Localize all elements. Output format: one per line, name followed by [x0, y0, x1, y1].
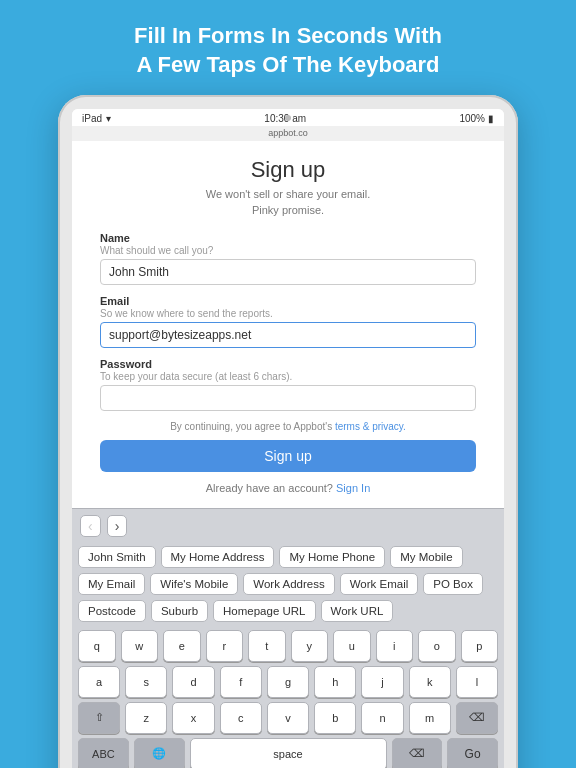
email-label: Email [100, 295, 476, 307]
key-l[interactable]: l [456, 666, 498, 698]
camera-dot [285, 115, 291, 121]
chip-home-phone[interactable]: My Home Phone [279, 546, 385, 568]
device-label: iPad [82, 113, 102, 124]
email-field-group: Email So we know where to send the repor… [100, 295, 476, 348]
key-go[interactable]: Go [447, 738, 498, 768]
chip-work-address[interactable]: Work Address [243, 573, 334, 595]
key-space[interactable]: space [190, 738, 387, 768]
keyboard-row-4: ABC 🌐 space ⌫ Go [78, 738, 498, 768]
chip-suburb[interactable]: Suburb [151, 600, 208, 622]
signin-text: Already have an account? Sign In [100, 482, 476, 494]
key-f[interactable]: f [220, 666, 262, 698]
key-r[interactable]: r [206, 630, 244, 662]
keyboard-row-2: a s d f g h j k l [78, 666, 498, 698]
password-field-group: Password To keep your data secure (at le… [100, 358, 476, 411]
battery-icon: ▮ [488, 113, 494, 124]
autocomplete-bar: John Smith My Home Address My Home Phone… [72, 541, 504, 626]
virtual-keyboard: q w e r t y u i o p a s d f g h j k l [72, 626, 504, 768]
key-o[interactable]: o [418, 630, 456, 662]
keyboard-row-3: ⇧ z x c v b n m ⌫ [78, 702, 498, 734]
terms-text: By continuing, you agree to Appbot's ter… [100, 421, 476, 432]
key-t[interactable]: t [248, 630, 286, 662]
key-a[interactable]: a [78, 666, 120, 698]
key-x[interactable]: x [172, 702, 214, 734]
signup-form: Sign up We won't sell or share your emai… [72, 141, 504, 508]
key-z[interactable]: z [125, 702, 167, 734]
chip-email[interactable]: My Email [78, 573, 145, 595]
name-label: Name [100, 232, 476, 244]
key-d[interactable]: d [172, 666, 214, 698]
password-hint: To keep your data secure (at least 6 cha… [100, 371, 476, 382]
key-i[interactable]: i [376, 630, 414, 662]
device-screen: iPad ▾ 10:30 am 100% ▮ appbot.co Sign up… [72, 109, 504, 768]
chip-postcode[interactable]: Postcode [78, 600, 146, 622]
battery-label: 100% [459, 113, 485, 124]
key-h[interactable]: h [314, 666, 356, 698]
key-b[interactable]: b [314, 702, 356, 734]
chip-home-address[interactable]: My Home Address [161, 546, 275, 568]
password-input[interactable] [100, 385, 476, 411]
key-q[interactable]: q [78, 630, 116, 662]
chip-mobile[interactable]: My Mobile [390, 546, 462, 568]
chip-work-email[interactable]: Work Email [340, 573, 419, 595]
signin-link[interactable]: Sign In [336, 482, 370, 494]
key-u[interactable]: u [333, 630, 371, 662]
chip-john-smith[interactable]: John Smith [78, 546, 156, 568]
nav-back-button[interactable]: ‹ [80, 515, 101, 537]
chip-homepage-url[interactable]: Homepage URL [213, 600, 315, 622]
chip-work-url[interactable]: Work URL [321, 600, 394, 622]
key-m[interactable]: m [409, 702, 451, 734]
key-c[interactable]: c [220, 702, 262, 734]
chip-wifes-mobile[interactable]: Wife's Mobile [150, 573, 238, 595]
keyboard-row-1: q w e r t y u i o p [78, 630, 498, 662]
name-hint: What should we call you? [100, 245, 476, 256]
name-field-group: Name What should we call you? [100, 232, 476, 285]
name-input[interactable] [100, 259, 476, 285]
key-n[interactable]: n [361, 702, 403, 734]
email-input[interactable] [100, 322, 476, 348]
key-e[interactable]: e [163, 630, 201, 662]
nav-forward-button[interactable]: › [107, 515, 128, 537]
ipad-device: iPad ▾ 10:30 am 100% ▮ appbot.co Sign up… [58, 95, 518, 768]
key-backspace[interactable]: ⌫ [456, 702, 498, 734]
key-g[interactable]: g [267, 666, 309, 698]
key-k[interactable]: k [409, 666, 451, 698]
key-shift[interactable]: ⇧ [78, 702, 120, 734]
email-hint: So we know where to send the reports. [100, 308, 476, 319]
form-subtitle: We won't sell or share your email. Pinky… [100, 187, 476, 218]
key-w[interactable]: w [121, 630, 159, 662]
key-globe[interactable]: 🌐 [134, 738, 185, 768]
url-bar: appbot.co [72, 126, 504, 141]
signup-button[interactable]: Sign up [100, 440, 476, 472]
key-delete[interactable]: ⌫ [392, 738, 443, 768]
key-y[interactable]: y [291, 630, 329, 662]
terms-link[interactable]: terms & privacy. [335, 421, 406, 432]
form-title: Sign up [100, 157, 476, 183]
key-j[interactable]: j [361, 666, 403, 698]
chip-po-box[interactable]: PO Box [423, 573, 483, 595]
password-label: Password [100, 358, 476, 370]
key-p[interactable]: p [461, 630, 499, 662]
key-abc[interactable]: ABC [78, 738, 129, 768]
key-v[interactable]: v [267, 702, 309, 734]
keyboard-toolbar: ‹ › [72, 508, 504, 541]
hero-headline: Fill In Forms In Seconds With A Few Taps… [104, 0, 472, 95]
wifi-icon: ▾ [106, 113, 111, 124]
key-s[interactable]: s [125, 666, 167, 698]
